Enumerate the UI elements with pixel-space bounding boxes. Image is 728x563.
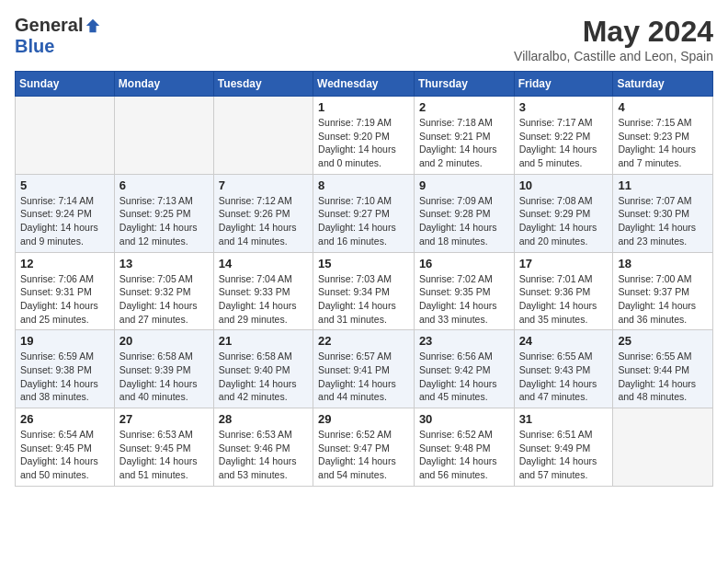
day-info: Sunrise: 7:18 AMSunset: 9:21 PMDaylight:… (419, 116, 509, 170)
logo-blue-text: Blue (15, 36, 54, 57)
svg-marker-0 (86, 18, 99, 31)
day-info: Sunrise: 7:02 AMSunset: 9:35 PMDaylight:… (419, 272, 509, 327)
logo: General Blue (15, 15, 101, 57)
calendar-week-row: 12Sunrise: 7:06 AMSunset: 9:31 PMDayligh… (16, 252, 713, 330)
day-info: Sunrise: 6:59 AMSunset: 9:38 PMDaylight:… (20, 350, 109, 404)
day-info: Sunrise: 7:14 AMSunset: 9:24 PMDaylight:… (20, 194, 109, 248)
day-number: 7 (219, 178, 308, 192)
day-info: Sunrise: 6:54 AMSunset: 9:45 PMDaylight:… (20, 428, 109, 482)
calendar-day-cell: 26Sunrise: 6:54 AMSunset: 9:45 PMDayligh… (16, 408, 115, 487)
calendar-day-cell: 28Sunrise: 6:53 AMSunset: 9:46 PMDayligh… (213, 408, 313, 487)
calendar-day-cell (16, 97, 115, 175)
day-number: 4 (618, 100, 708, 114)
calendar-day-cell: 4Sunrise: 7:15 AMSunset: 9:23 PMDaylight… (613, 97, 713, 175)
day-number: 5 (20, 178, 109, 192)
day-info: Sunrise: 7:10 AMSunset: 9:27 PMDaylight:… (318, 194, 409, 248)
day-info: Sunrise: 6:58 AMSunset: 9:39 PMDaylight:… (119, 350, 209, 404)
day-info: Sunrise: 7:00 AMSunset: 9:37 PMDaylight:… (618, 272, 708, 327)
day-number: 13 (119, 257, 209, 270)
day-number: 15 (318, 257, 409, 270)
calendar-day-cell (613, 408, 713, 487)
header-saturday: Saturday (613, 72, 713, 97)
day-number: 12 (20, 257, 109, 270)
day-info: Sunrise: 6:51 AMSunset: 9:49 PMDaylight:… (519, 428, 609, 482)
calendar-day-cell: 20Sunrise: 6:58 AMSunset: 9:39 PMDayligh… (114, 330, 213, 408)
page-header: General Blue May 2024 Villaralbo, Castil… (15, 15, 713, 63)
day-number: 26 (20, 412, 109, 426)
header-sunday: Sunday (16, 72, 115, 97)
day-info: Sunrise: 7:08 AMSunset: 9:29 PMDaylight:… (519, 194, 609, 248)
calendar-day-cell: 29Sunrise: 6:52 AMSunset: 9:47 PMDayligh… (313, 408, 415, 487)
calendar-week-row: 5Sunrise: 7:14 AMSunset: 9:24 PMDaylight… (16, 174, 713, 252)
header-monday: Monday (114, 72, 213, 97)
calendar-day-cell (213, 97, 313, 175)
day-number: 19 (20, 334, 109, 348)
day-info: Sunrise: 6:58 AMSunset: 9:40 PMDaylight:… (219, 350, 308, 404)
calendar-table: Sunday Monday Tuesday Wednesday Thursday… (15, 71, 713, 487)
day-info: Sunrise: 7:05 AMSunset: 9:32 PMDaylight:… (119, 272, 209, 327)
day-info: Sunrise: 6:52 AMSunset: 9:48 PMDaylight:… (419, 428, 509, 482)
day-number: 20 (119, 334, 209, 348)
calendar-day-cell: 3Sunrise: 7:17 AMSunset: 9:22 PMDaylight… (514, 97, 613, 175)
day-info: Sunrise: 7:13 AMSunset: 9:25 PMDaylight:… (119, 194, 209, 248)
day-number: 11 (618, 178, 708, 192)
calendar-day-cell: 17Sunrise: 7:01 AMSunset: 9:36 PMDayligh… (514, 252, 613, 330)
calendar-day-cell: 10Sunrise: 7:08 AMSunset: 9:29 PMDayligh… (514, 174, 613, 252)
calendar-day-cell: 19Sunrise: 6:59 AMSunset: 9:38 PMDayligh… (16, 330, 115, 408)
day-number: 21 (219, 334, 308, 348)
day-number: 30 (419, 412, 509, 426)
header-wednesday: Wednesday (313, 72, 415, 97)
month-title: May 2024 (514, 15, 713, 49)
day-number: 14 (219, 257, 308, 270)
calendar-day-cell: 16Sunrise: 7:02 AMSunset: 9:35 PMDayligh… (414, 252, 514, 330)
header-friday: Friday (514, 72, 613, 97)
calendar-week-row: 26Sunrise: 6:54 AMSunset: 9:45 PMDayligh… (16, 408, 713, 487)
calendar-day-cell: 15Sunrise: 7:03 AMSunset: 9:34 PMDayligh… (313, 252, 415, 330)
logo-icon (85, 17, 101, 34)
day-info: Sunrise: 7:07 AMSunset: 9:30 PMDaylight:… (618, 194, 708, 248)
calendar-day-cell: 31Sunrise: 6:51 AMSunset: 9:49 PMDayligh… (514, 408, 613, 487)
calendar-day-cell: 14Sunrise: 7:04 AMSunset: 9:33 PMDayligh… (213, 252, 313, 330)
day-info: Sunrise: 6:55 AMSunset: 9:44 PMDaylight:… (618, 350, 708, 404)
day-info: Sunrise: 7:06 AMSunset: 9:31 PMDaylight:… (20, 272, 109, 327)
day-info: Sunrise: 6:57 AMSunset: 9:41 PMDaylight:… (318, 350, 409, 404)
calendar-day-cell: 22Sunrise: 6:57 AMSunset: 9:41 PMDayligh… (313, 330, 415, 408)
day-info: Sunrise: 7:15 AMSunset: 9:23 PMDaylight:… (618, 116, 708, 170)
day-info: Sunrise: 7:12 AMSunset: 9:26 PMDaylight:… (219, 194, 308, 248)
calendar-day-cell: 27Sunrise: 6:53 AMSunset: 9:45 PMDayligh… (114, 408, 213, 487)
calendar-day-cell: 24Sunrise: 6:55 AMSunset: 9:43 PMDayligh… (514, 330, 613, 408)
day-number: 6 (119, 178, 209, 192)
day-info: Sunrise: 7:09 AMSunset: 9:28 PMDaylight:… (419, 194, 509, 248)
calendar-day-cell: 5Sunrise: 7:14 AMSunset: 9:24 PMDaylight… (16, 174, 115, 252)
day-info: Sunrise: 6:53 AMSunset: 9:45 PMDaylight:… (119, 428, 209, 482)
calendar-day-cell: 11Sunrise: 7:07 AMSunset: 9:30 PMDayligh… (613, 174, 713, 252)
calendar-day-cell: 6Sunrise: 7:13 AMSunset: 9:25 PMDaylight… (114, 174, 213, 252)
day-info: Sunrise: 7:19 AMSunset: 9:20 PMDaylight:… (318, 116, 409, 170)
day-number: 22 (318, 334, 409, 348)
day-info: Sunrise: 7:01 AMSunset: 9:36 PMDaylight:… (519, 272, 609, 327)
calendar-day-cell: 9Sunrise: 7:09 AMSunset: 9:28 PMDaylight… (414, 174, 514, 252)
day-number: 25 (618, 334, 708, 348)
calendar-day-cell (114, 97, 213, 175)
day-number: 18 (618, 257, 708, 270)
day-number: 8 (318, 178, 409, 192)
calendar-day-cell: 7Sunrise: 7:12 AMSunset: 9:26 PMDaylight… (213, 174, 313, 252)
location-subtitle: Villaralbo, Castille and Leon, Spain (514, 49, 713, 63)
day-number: 31 (519, 412, 609, 426)
day-number: 24 (519, 334, 609, 348)
day-number: 28 (219, 412, 308, 426)
day-number: 3 (519, 100, 609, 114)
day-info: Sunrise: 7:03 AMSunset: 9:34 PMDaylight:… (318, 272, 409, 327)
header-thursday: Thursday (414, 72, 514, 97)
day-info: Sunrise: 7:04 AMSunset: 9:33 PMDaylight:… (219, 272, 308, 327)
header-tuesday: Tuesday (213, 72, 313, 97)
logo-general-text: General (15, 15, 83, 36)
day-info: Sunrise: 6:53 AMSunset: 9:46 PMDaylight:… (219, 428, 308, 482)
calendar-day-cell: 12Sunrise: 7:06 AMSunset: 9:31 PMDayligh… (16, 252, 115, 330)
calendar-day-cell: 18Sunrise: 7:00 AMSunset: 9:37 PMDayligh… (613, 252, 713, 330)
calendar-day-cell: 21Sunrise: 6:58 AMSunset: 9:40 PMDayligh… (213, 330, 313, 408)
day-number: 9 (419, 178, 509, 192)
title-area: May 2024 Villaralbo, Castille and Leon, … (514, 15, 713, 63)
calendar-day-cell: 30Sunrise: 6:52 AMSunset: 9:48 PMDayligh… (414, 408, 514, 487)
calendar-week-row: 1Sunrise: 7:19 AMSunset: 9:20 PMDaylight… (16, 97, 713, 175)
